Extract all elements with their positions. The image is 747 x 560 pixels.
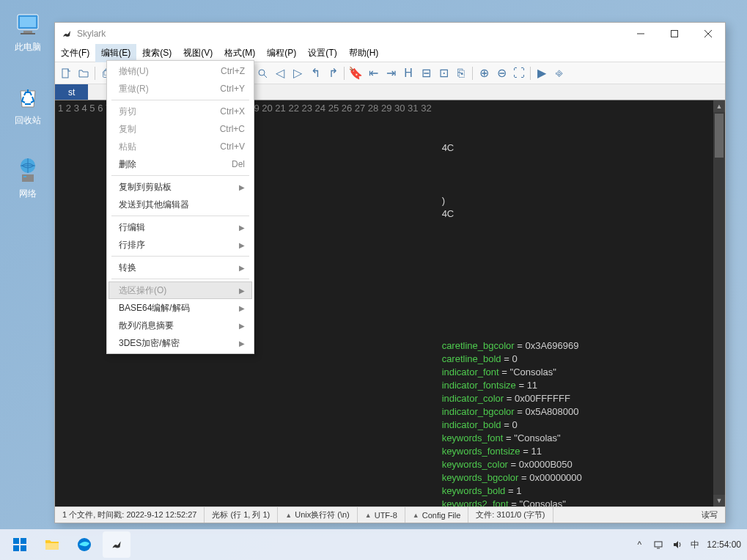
status-filesize: 文件: 3101/0 (字节): [468, 507, 553, 523]
menu-item: 重做(R)Ctrl+Y: [108, 80, 252, 97]
status-mode: 读写: [694, 507, 725, 523]
svg-rect-17: [21, 545, 26, 551]
status-eol: ▲Unix换行符 (\n): [278, 507, 357, 523]
network-icon: [13, 155, 43, 185]
svg-rect-14: [13, 538, 19, 544]
menu-help[interactable]: 帮助(H): [343, 44, 385, 62]
skylark-taskbar-icon[interactable]: [103, 531, 130, 558]
desktop-icon-label: 网络: [6, 188, 50, 200]
search-icon[interactable]: [254, 65, 271, 81]
tool-icon[interactable]: ▷: [290, 65, 306, 81]
bookmark-icon[interactable]: 🔖: [347, 65, 364, 81]
tool-icon[interactable]: ⎆: [551, 65, 567, 81]
svg-rect-3: [21, 33, 35, 34]
titlebar[interactable]: Skylark: [55, 23, 725, 45]
file-tab[interactable]: st: [55, 84, 88, 100]
status-cursor: 光标 (行 1, 列 1): [205, 507, 278, 523]
menu-item: 粘贴Ctrl+V: [108, 138, 252, 155]
recycle-icon: [13, 82, 43, 111]
open-file-icon[interactable]: [76, 65, 92, 81]
tool-icon[interactable]: ⊟: [418, 65, 434, 81]
menu-item[interactable]: 发送到其他编辑器: [108, 196, 252, 213]
network-tray-icon[interactable]: [652, 539, 664, 550]
scroll-thumb[interactable]: [715, 114, 724, 158]
new-file-icon[interactable]: [58, 65, 74, 81]
menu-item: 复制Ctrl+C: [108, 120, 252, 138]
tool-icon[interactable]: ⊡: [435, 65, 452, 81]
zoom-in-icon[interactable]: ⊕: [476, 65, 492, 81]
tool-icon[interactable]: ↱: [325, 65, 341, 81]
desktop-icon-network[interactable]: 网络: [6, 155, 50, 200]
menu-item[interactable]: 3DES加密/解密▶: [108, 334, 252, 352]
svg-rect-11: [62, 69, 68, 78]
ime-indicator[interactable]: 中: [691, 539, 699, 551]
menu-item: 剪切Ctrl+X: [108, 103, 252, 120]
status-filetype: ▲Config File: [405, 507, 469, 523]
computer-icon: [13, 9, 43, 38]
explorer-icon[interactable]: [38, 531, 66, 558]
svg-point-12: [259, 70, 265, 75]
menu-item[interactable]: 复制到剪贴板▶: [108, 178, 252, 196]
desktop-icon-label: 回收站: [6, 114, 50, 127]
maximize-button[interactable]: [658, 23, 691, 45]
menu-program[interactable]: 编程(P): [261, 44, 302, 62]
svg-rect-5: [22, 174, 34, 182]
menu-settings[interactable]: 设置(T): [302, 44, 342, 62]
svg-rect-8: [671, 31, 678, 37]
svg-rect-20: [655, 542, 662, 547]
scroll-up-arrow[interactable]: ▲: [713, 100, 725, 112]
volume-tray-icon[interactable]: [671, 539, 683, 550]
desktop-icon-label: 此电脑: [6, 41, 50, 54]
clock[interactable]: 12:54:00: [707, 539, 741, 550]
menu-item[interactable]: 删除Del: [108, 155, 252, 173]
menu-item[interactable]: 转换▶: [108, 259, 252, 276]
menu-item: 选区操作(O)▶: [108, 281, 252, 299]
window-title: Skylark: [77, 29, 624, 39]
taskbar: ^ 中 12:54:00: [0, 529, 747, 560]
tray-chevron-icon[interactable]: ^: [633, 539, 645, 550]
fullscreen-icon[interactable]: ⛶: [511, 65, 527, 81]
menu-item[interactable]: BASE64编解/解码▶: [108, 299, 252, 317]
close-button[interactable]: [691, 23, 725, 45]
edit-menu-dropdown: 撤销(U)Ctrl+Z重做(R)Ctrl+Y剪切Ctrl+X复制Ctrl+C粘贴…: [106, 60, 254, 354]
svg-line-13: [264, 75, 267, 78]
vertical-scrollbar[interactable]: ▲ ▼: [713, 100, 725, 506]
desktop-icon-recycle[interactable]: 回收站: [6, 82, 50, 127]
menu-item: 撤销(U)Ctrl+Z: [108, 62, 252, 80]
svg-rect-6: [23, 176, 26, 177]
code-content[interactable]: 4C ) 4C caretline_bgcolor = 0x3A696969 c…: [438, 100, 725, 506]
start-button[interactable]: [6, 531, 34, 558]
app-icon: [61, 28, 73, 40]
status-encoding: ▲UTF-8: [358, 507, 405, 523]
edge-icon[interactable]: [70, 531, 98, 558]
svg-rect-1: [20, 17, 36, 27]
run-icon[interactable]: ▶: [534, 65, 550, 81]
svg-rect-15: [21, 538, 26, 544]
menu-file[interactable]: 文件(F): [55, 44, 95, 62]
menu-item[interactable]: 散列/消息摘要▶: [108, 317, 252, 334]
tool-icon[interactable]: H: [400, 65, 416, 81]
tool-icon[interactable]: ↰: [307, 65, 323, 81]
tool-icon[interactable]: ⎘: [453, 65, 469, 81]
minimize-button[interactable]: [624, 23, 658, 45]
tool-icon[interactable]: ◁: [272, 65, 288, 81]
zoom-out-icon[interactable]: ⊖: [493, 65, 509, 81]
svg-rect-16: [13, 545, 19, 551]
menu-item[interactable]: 行排序▶: [108, 236, 252, 254]
svg-rect-18: [45, 543, 59, 550]
scroll-down-arrow[interactable]: ▼: [713, 495, 725, 506]
tool-icon[interactable]: ⇥: [383, 65, 399, 81]
status-file-info: 1 个文件, 时间戳: 2022-9-12 12:52:27: [55, 507, 205, 523]
menu-item[interactable]: 行编辑▶: [108, 218, 252, 236]
tool-icon[interactable]: ⇤: [365, 65, 381, 81]
statusbar: 1 个文件, 时间戳: 2022-9-12 12:52:27 光标 (行 1, …: [55, 506, 725, 523]
svg-rect-2: [23, 31, 32, 33]
desktop-icon-computer[interactable]: 此电脑: [6, 9, 50, 54]
